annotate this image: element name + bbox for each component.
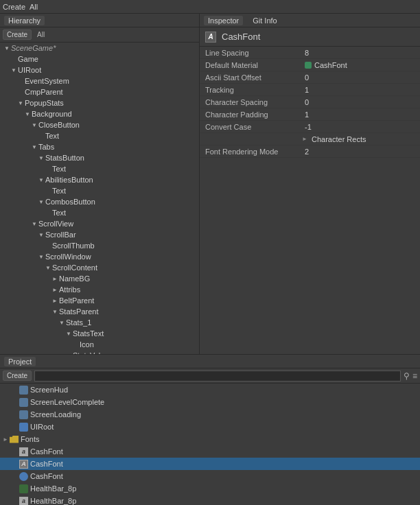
project-tab[interactable]: Project	[4, 357, 36, 366]
hierarchy-item-Background[interactable]: Background	[0, 108, 199, 119]
hierarchy-label-Tabs: Tabs	[38, 143, 54, 151]
prop-row-line-spacing[interactable]: Line Spacing8	[200, 47, 420, 59]
git-info-tab[interactable]: Git Info	[248, 16, 281, 25]
hierarchy-item-ScrollContent[interactable]: ScrollContent	[0, 262, 199, 273]
project-item-ScreenHud[interactable]: ScreenHud	[0, 384, 420, 396]
main-area: Hierarchy Create All SceneGame*GameUIRoo…	[0, 14, 420, 354]
prop-row-font-rendering-mode[interactable]: Font Rendering Mode2	[200, 145, 420, 158]
hierarchy-all-label[interactable]: All	[37, 31, 45, 38]
hierarchy-tree[interactable]: SceneGame*GameUIRootEventSystemCmpParent…	[0, 43, 199, 354]
inspector-title: CashFont	[222, 32, 260, 42]
prop-row-character-rects[interactable]: ►Character Rects	[200, 133, 420, 145]
prop-value: 1	[302, 110, 417, 119]
hierarchy-label-Text4: Text	[52, 209, 66, 217]
project-create-btn[interactable]: Create	[3, 371, 32, 381]
project-tree[interactable]: ScreenHudScreenLevelCompleteScreenLoadin…	[0, 384, 420, 505]
create-label[interactable]: Create	[3, 3, 25, 11]
font-icon: A	[205, 32, 216, 43]
foldout-arrow-icon[interactable]: ►	[302, 136, 309, 142]
prop-row-convert-case[interactable]: Convert Case-1	[200, 121, 420, 133]
prop-label: Ascii Start Offset	[202, 73, 302, 82]
project-item-HealthBar8p2[interactable]: aHealthBar_8p	[0, 495, 420, 505]
hierarchy-label-StatsText: StatsText	[73, 329, 104, 338]
hierarchy-create-btn[interactable]: Create	[3, 30, 32, 40]
project-label-CashFontAsset: CashFont	[30, 447, 63, 456]
hierarchy-item-BeltParent[interactable]: BeltParent	[0, 295, 199, 306]
project-label-HealthBar8p2: HealthBar_8p	[30, 497, 76, 505]
hierarchy-item-PopupStats[interactable]: PopupStats	[0, 97, 199, 108]
project-toolbar-icon2[interactable]: ≡	[412, 371, 417, 381]
inspector-body: Line Spacing8Default MaterialCashFontAsc…	[200, 47, 420, 354]
project-item-arrow[interactable]: ►	[3, 436, 10, 443]
hierarchy-item-NameBG[interactable]: NameBG	[0, 273, 199, 284]
font-icon: a	[19, 497, 28, 506]
hierarchy-item-Text3[interactable]: Text	[0, 185, 199, 196]
hierarchy-item-CombosButton[interactable]: CombosButton	[0, 196, 199, 207]
hierarchy-label-Text2: Text	[52, 165, 66, 173]
hierarchy-item-ScrollBar[interactable]: ScrollBar	[0, 229, 199, 240]
prop-row-ascii-start-offset[interactable]: Ascii Start Offset0	[200, 71, 420, 84]
hierarchy-tab[interactable]: Hierarchy	[4, 16, 45, 25]
prop-value: -1	[302, 123, 417, 131]
hierarchy-item-ScrollWindow[interactable]: ScrollWindow	[0, 251, 199, 262]
hierarchy-label-ScrollView: ScrollView	[38, 220, 73, 228]
prop-value: 0	[302, 98, 417, 106]
project-item-FontsFolder[interactable]: ►Fonts	[0, 433, 420, 445]
project-item-ScreenLevelComplete[interactable]: ScreenLevelComplete	[0, 396, 420, 408]
prop-label: Character Spacing	[202, 98, 302, 106]
project-label-UIRoot: UIRoot	[30, 423, 54, 431]
hierarchy-item-Stats_1[interactable]: Stats_1	[0, 317, 199, 328]
hierarchy-item-CloseButton[interactable]: CloseButton	[0, 119, 199, 130]
prop-label: Convert Case	[202, 123, 302, 131]
project-item-CashFontBlue[interactable]: CashFont	[0, 470, 420, 482]
hierarchy-item-Text4[interactable]: Text	[0, 207, 199, 218]
hierarchy-item-Attribs[interactable]: Attribs	[0, 284, 199, 295]
project-item-ScreenLoading[interactable]: ScreenLoading	[0, 408, 420, 421]
prop-row-character-padding[interactable]: Character Padding1	[200, 108, 420, 121]
prop-row-character-spacing[interactable]: Character Spacing0	[200, 96, 420, 108]
prop-row-default-material[interactable]: Default MaterialCashFont	[200, 59, 420, 71]
hierarchy-item-Text2[interactable]: Text	[0, 163, 199, 174]
inspector-tab[interactable]: Inspector	[204, 16, 243, 25]
hierarchy-item-UIRoot[interactable]: UIRoot	[0, 64, 199, 75]
project-toolbar-icon1[interactable]: ⚲	[404, 371, 410, 381]
hierarchy-item-AbilitiesButton[interactable]: AbilitiesButton	[0, 174, 199, 185]
hierarchy-item-Game[interactable]: Game	[0, 54, 199, 64]
hierarchy-label-Stats_1: Stats_1	[66, 318, 91, 327]
font_selected-icon: A	[19, 460, 28, 469]
hierarchy-label-Icon: Icon	[80, 340, 94, 349]
hierarchy-item-StatsText[interactable]: StatsText	[0, 328, 199, 339]
hierarchy-label-CloseButton: CloseButton	[38, 121, 80, 129]
hierarchy-item-StatsButton[interactable]: StatsButton	[0, 152, 199, 163]
hierarchy-item-SceneGame[interactable]: SceneGame*	[0, 43, 199, 54]
project-item-UIRoot[interactable]: UIRoot	[0, 421, 420, 433]
hierarchy-item-StatsParent[interactable]: StatsParent	[0, 306, 199, 317]
project-item-CashFontAsset[interactable]: aCashFont	[0, 445, 420, 458]
project-label-ScreenLevelComplete: ScreenLevelComplete	[30, 398, 104, 406]
hierarchy-item-Text1[interactable]: Text	[0, 130, 199, 141]
prop-value: 2	[302, 148, 417, 156]
hierarchy-header: Hierarchy	[0, 14, 199, 27]
font_blue-icon	[19, 472, 28, 481]
prop-row-tracking[interactable]: Tracking1	[200, 84, 420, 96]
hierarchy-item-EventSystem[interactable]: EventSystem	[0, 75, 199, 86]
all-label[interactable]: All	[30, 3, 38, 11]
scene-icon	[19, 410, 28, 419]
prop-value: 8	[302, 49, 417, 57]
hierarchy-item-ScrollView[interactable]: ScrollView	[0, 218, 199, 229]
hierarchy-label-Text1: Text	[45, 132, 59, 140]
hierarchy-item-Tabs[interactable]: Tabs	[0, 141, 199, 152]
project-item-HealthBar8p1[interactable]: HealthBar_8p	[0, 482, 420, 495]
hierarchy-item-ScrollThumb[interactable]: ScrollThumb	[0, 240, 199, 251]
prefab_grid-icon	[19, 484, 28, 493]
hierarchy-label-CmpParent: CmpParent	[25, 88, 63, 96]
inspector-header: Inspector Git Info	[200, 14, 420, 27]
prefab-icon	[19, 423, 28, 432]
project-search-input[interactable]	[34, 371, 401, 381]
inspector-panel: Inspector Git Info A CashFont Line Spaci…	[200, 14, 420, 354]
project-item-CashFontSelected[interactable]: ACashFont	[0, 458, 420, 470]
project-toolbar: Create ⚲ ≡	[0, 368, 420, 384]
hierarchy-item-Icon[interactable]: Icon	[0, 339, 199, 350]
prop-value[interactable]: ►Character Rects	[299, 135, 417, 143]
hierarchy-item-CmpParent[interactable]: CmpParent	[0, 86, 199, 97]
